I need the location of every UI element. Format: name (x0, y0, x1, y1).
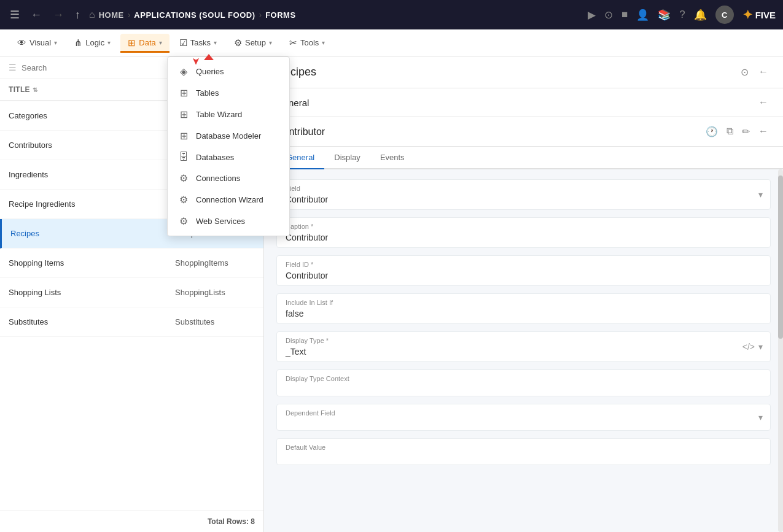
sidebar-item-data[interactable]: ⊞ Data ▾ (120, 34, 169, 52)
field-value[interactable]: Contributor (277, 193, 758, 209)
tasks-caret: ▾ (214, 39, 217, 46)
forward-nav-icon[interactable]: → (50, 6, 66, 24)
total-rows-label: Total Rows: 8 (208, 517, 255, 526)
visual-icon: 👁 (17, 37, 26, 48)
books-icon[interactable]: 📚 (658, 9, 671, 21)
sidebar-item-logic[interactable]: ⋔ Logic ▾ (67, 34, 118, 52)
sidebar-item-tools[interactable]: ✂ Tools ▾ (282, 34, 332, 52)
display-type-value[interactable]: _Text (277, 345, 742, 361)
dropdown-item-database-modeler[interactable]: ⊞ Database Modeler (168, 125, 289, 147)
back-nav-icon[interactable]: ← (28, 6, 44, 24)
collapse-icon[interactable]: ← (756, 64, 771, 80)
back-to-parent-icon[interactable]: ⊙ (738, 64, 751, 80)
row-title-categories: Categories (9, 111, 175, 120)
row-title-shopping-lists: Shopping Lists (9, 288, 175, 297)
sidebar-item-setup[interactable]: ⚙ Setup ▾ (227, 34, 279, 52)
setup-caret: ▾ (269, 39, 272, 46)
dropdown-item-connection-wizard[interactable]: ⚙ Connection Wizard (168, 189, 289, 210)
contributor-header-icons: 🕐 ⧉ ✏ ← (703, 123, 771, 140)
main-layout: ☰ Title ⇅ Action Categories Catego... Co… (0, 56, 783, 532)
row-title-substitutes: Substitutes (9, 317, 175, 326)
connection-wizard-icon: ⚙ (177, 194, 190, 206)
visual-caret: ▾ (54, 39, 57, 46)
right-panel: Recipes ⊙ ← General ← Contributor 🕐 ⧉ ✏ … (264, 56, 783, 532)
hamburger-menu-icon[interactable]: ☰ (7, 6, 22, 24)
tab-display[interactable]: Display (324, 147, 370, 169)
web-services-label: Web Services (196, 217, 245, 226)
connections-icon: ⚙ (177, 172, 190, 184)
data-dropdown-menu: ◈ Queries ⊞ Tables ⊞ Table Wizard ⊞ Data… (167, 56, 290, 236)
dropdown-item-tables[interactable]: ⊞ Tables (168, 82, 289, 104)
display-type-dropdown-arrow[interactable]: ▾ (758, 342, 763, 352)
include-in-list-if-value[interactable]: false (277, 307, 770, 323)
stop-icon[interactable]: ■ (621, 9, 628, 21)
tab-events[interactable]: Events (370, 147, 415, 169)
user-manage-icon[interactable]: 👤 (636, 9, 649, 21)
history-icon[interactable]: 🕐 (703, 123, 720, 140)
general-back-icon[interactable]: ← (756, 94, 771, 110)
logic-label: Logic (85, 38, 104, 47)
queries-label: Queries (196, 67, 224, 76)
display-type-context-group: Display Type Context (276, 369, 771, 396)
sort-icon: ⇅ (33, 87, 37, 93)
dropdown-item-queries[interactable]: ◈ Queries (168, 61, 289, 82)
tools-icon: ✂ (289, 37, 297, 48)
row-title-shopping-items: Shopping Items (9, 258, 175, 268)
field-id-value[interactable]: Contributor (277, 269, 770, 285)
help-icon[interactable]: ? (679, 9, 685, 21)
play-icon[interactable]: ▶ (588, 9, 596, 21)
scrollbar-thumb[interactable] (778, 175, 783, 339)
table-row[interactable]: Substitutes Substitutes (0, 307, 263, 337)
up-nav-icon[interactable]: ↑ (72, 6, 83, 24)
table-footer: Total Rows: 8 (0, 511, 263, 532)
display-type-group: Display Type * _Text </> ▾ (276, 331, 771, 362)
code-icon[interactable]: </> (742, 342, 755, 352)
edit-icon[interactable]: ✏ (739, 123, 752, 140)
table-wizard-label: Table Wizard (196, 110, 242, 119)
home-label[interactable]: HOME (99, 10, 124, 20)
display-type-arrows: </> ▾ (742, 342, 770, 352)
logic-caret: ▾ (107, 39, 111, 46)
notification-icon[interactable]: 🔔 (694, 9, 707, 21)
copy-icon[interactable]: ⧉ (724, 123, 736, 140)
default-value-label: Default Value (277, 439, 770, 452)
dependent-field-content: Dependent Field (277, 404, 758, 430)
field-dropdown-arrow[interactable]: ▾ (758, 190, 770, 199)
app-label[interactable]: APPLICATIONS (SOUL FOOD) (134, 10, 255, 20)
contributor-header: Contributor 🕐 ⧉ ✏ ← (264, 117, 783, 147)
dropdown-item-table-wizard[interactable]: ⊞ Table Wizard (168, 104, 289, 125)
arrow-pointing-right: ➤ (190, 57, 202, 65)
home-icon: ⌂ (89, 9, 95, 20)
connection-wizard-label: Connection Wizard (196, 195, 263, 204)
table-row[interactable]: Shopping Lists ShoppingLists (0, 278, 263, 307)
table-row[interactable]: Shopping Items ShoppingItems (0, 249, 263, 278)
field-field-group: Field Contributor ▾ (276, 179, 771, 210)
dropdown-item-web-services[interactable]: ⚙ Web Services (168, 210, 289, 232)
caption-value[interactable]: Contributor (277, 231, 770, 247)
data-icon: ⊞ (128, 37, 136, 48)
tasks-label: Tasks (190, 38, 211, 47)
forms-label[interactable]: FORMS (265, 10, 295, 20)
sidebar-item-visual[interactable]: 👁 Visual ▾ (10, 34, 64, 52)
logic-icon: ⋔ (74, 37, 82, 48)
recipes-header: Recipes ⊙ ← (264, 56, 783, 88)
default-value-value[interactable] (277, 452, 770, 465)
connections-label: Connections (196, 174, 240, 183)
field-id-label: Field ID * (277, 256, 770, 269)
row-action-shopping-lists: ShoppingLists (175, 288, 255, 297)
contributor-back-icon[interactable]: ← (756, 123, 771, 140)
display-type-context-label: Display Type Context (277, 370, 770, 384)
dependent-field-value[interactable] (277, 418, 758, 430)
display-type-context-value[interactable] (277, 384, 770, 396)
dependent-field-dropdown-arrow[interactable]: ▾ (758, 412, 770, 422)
field-content: Field Contributor (277, 180, 758, 209)
dropdown-item-databases[interactable]: 🗄 Databases (168, 147, 289, 168)
search-top-icon[interactable]: ⊙ (604, 9, 613, 21)
sidebar-item-tasks[interactable]: ☑ Tasks ▾ (172, 34, 224, 52)
caption-field-group: Caption * Contributor (276, 217, 771, 248)
avatar[interactable]: C (715, 6, 734, 24)
dropdown-item-connections[interactable]: ⚙ Connections (168, 168, 289, 189)
secondbar: 👁 Visual ▾ ⋔ Logic ▾ ⊞ Data ▾ ☑ Tasks ▾ … (0, 29, 783, 56)
dependent-field-label: Dependent Field (277, 404, 758, 418)
scrollbar-track[interactable] (778, 169, 783, 532)
